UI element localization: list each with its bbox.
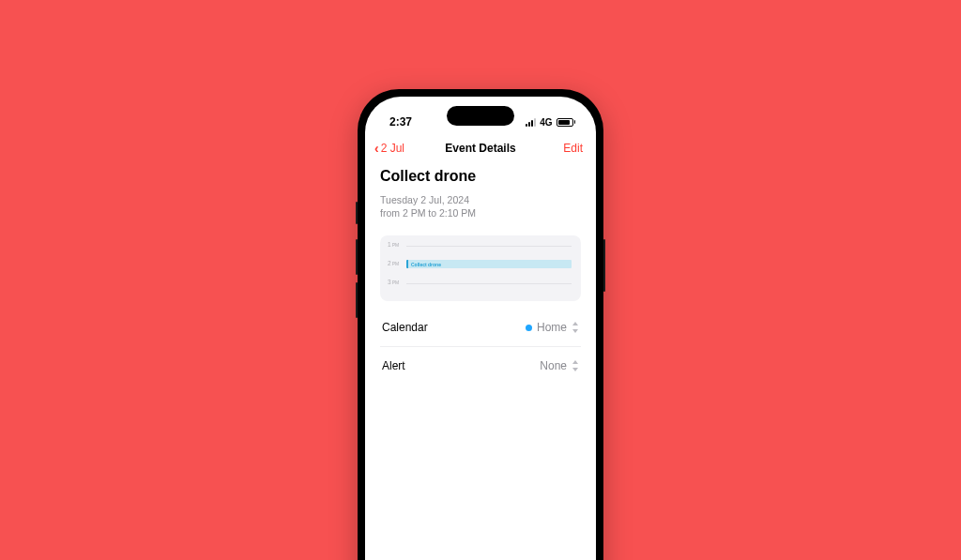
alert-value-text: None: [540, 359, 567, 372]
alert-row[interactable]: Alert None: [380, 347, 581, 385]
calendar-row[interactable]: Calendar Home: [380, 309, 581, 347]
rows-region: Calendar Home Alert None: [380, 309, 581, 385]
event-time: from 2 PM to 2:10 PM: [380, 207, 581, 219]
timeline-event-label: Collect drone: [411, 262, 441, 267]
timeline-hour-label: 2PM: [388, 260, 399, 266]
mini-timeline[interactable]: 1PM 2PM Collect drone 3PM: [380, 235, 581, 301]
event-date: Tuesday 2 Jul, 2024: [380, 194, 581, 205]
chevron-left-icon: ‹: [374, 142, 379, 155]
side-button: [356, 202, 358, 224]
row-value: None: [540, 359, 579, 372]
timeline-hour-label: 1PM: [388, 241, 399, 248]
back-label: 2 Jul: [381, 142, 404, 155]
battery-icon: [557, 118, 576, 127]
event-title: Collect drone: [380, 168, 581, 185]
back-button[interactable]: ‹ 2 Jul: [374, 142, 404, 155]
phone-frame: 2:37 4G ‹ 2 Jul Event Details Edit Coll: [358, 89, 603, 560]
timeline-gridline: [406, 246, 572, 247]
status-right: 4G: [526, 117, 575, 128]
calendar-color-dot: [526, 325, 532, 331]
row-value: Home: [526, 321, 579, 334]
signal-icon: [526, 118, 536, 127]
status-time: 2:37: [389, 115, 412, 129]
up-down-chevron-icon: [572, 360, 579, 371]
timeline-hour-label: 3PM: [388, 279, 399, 285]
timeline-event-block[interactable]: Collect drone: [406, 260, 572, 268]
timeline-gridline: [406, 283, 572, 284]
row-label: Alert: [382, 359, 405, 372]
edit-button[interactable]: Edit: [563, 142, 583, 155]
up-down-chevron-icon: [572, 322, 579, 333]
row-label: Calendar: [382, 321, 428, 334]
side-button: [356, 282, 358, 318]
nav-bar: ‹ 2 Jul Event Details Edit: [365, 136, 596, 162]
side-button: [356, 239, 358, 275]
phone-screen: 2:37 4G ‹ 2 Jul Event Details Edit Coll: [365, 97, 596, 560]
content: Collect drone Tuesday 2 Jul, 2024 from 2…: [365, 162, 596, 560]
side-button: [603, 239, 605, 292]
calendar-value-text: Home: [537, 321, 567, 334]
network-label: 4G: [540, 117, 552, 128]
dynamic-island: [447, 106, 514, 126]
